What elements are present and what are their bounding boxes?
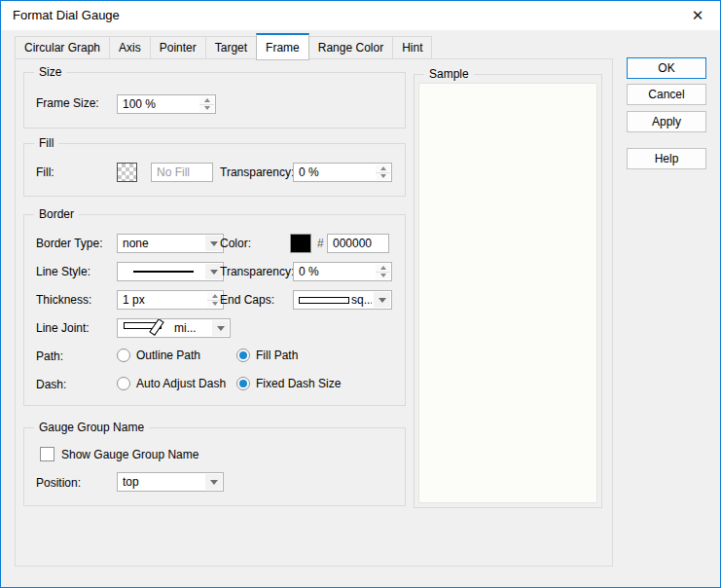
gauge-group-name-legend: Gauge Group Name (34, 421, 149, 434)
tab-pointer[interactable]: Pointer (150, 36, 206, 59)
border-transparency-spin-down-icon[interactable] (376, 273, 390, 280)
gauge-group-name-group: Gauge Group Name Show Gauge Group Name P… (23, 427, 406, 506)
dash-label: Dash: (36, 378, 66, 391)
fill-transparency-spinner[interactable]: 0 % (293, 163, 392, 182)
apply-button[interactable]: Apply (627, 111, 706, 132)
sample-group: Sample (414, 74, 602, 508)
fill-transparency-value: 0 % (299, 165, 319, 179)
frame-size-spin-down-icon[interactable] (199, 105, 214, 113)
position-value: top (123, 475, 139, 489)
help-button[interactable]: Help (627, 148, 706, 169)
tab-frame[interactable]: Frame (256, 33, 309, 60)
miter-joint-icon (123, 319, 173, 338)
position-dropdown[interactable]: top (117, 472, 224, 492)
line-joint-dropdown[interactable]: mi... (117, 318, 231, 338)
tab-target[interactable]: Target (205, 36, 257, 59)
title-bar: Format Dial Gauge ✕ (1, 1, 720, 30)
line-joint-value: mi... (174, 321, 197, 335)
hex-hash-label: # (317, 237, 324, 250)
radio-selected-icon (236, 349, 250, 362)
radio-selected-icon (236, 377, 250, 390)
border-transparency-value: 0 % (299, 265, 319, 278)
fill-transparency-label: Transparency: (220, 165, 294, 179)
chevron-down-icon (212, 320, 229, 336)
border-transparency-label: Transparency: (220, 265, 294, 278)
fill-value-field[interactable]: No Fill (151, 163, 213, 182)
cancel-button[interactable]: Cancel (627, 84, 706, 105)
sample-group-legend: Sample (424, 67, 474, 81)
tab-range-color[interactable]: Range Color (308, 36, 393, 59)
border-type-dropdown[interactable]: none (117, 234, 224, 253)
fixed-dash-size-radio[interactable]: Fixed Dash Size (236, 376, 341, 390)
fill-label: Fill: (36, 165, 54, 179)
border-type-label: Border Type: (36, 237, 102, 250)
sample-preview-canvas (418, 83, 597, 503)
frame-size-spinner[interactable]: 100 % (117, 94, 216, 114)
fill-group-legend: Fill (34, 136, 58, 150)
ok-button[interactable]: OK (627, 57, 706, 79)
size-group-legend: Size (34, 65, 66, 79)
format-dial-gauge-dialog: Format Dial Gauge ✕ Circular Graph Axis … (0, 0, 721, 588)
tab-bar: Circular Graph Axis Pointer Target Frame… (15, 33, 431, 59)
frame-size-label: Frame Size: (36, 96, 99, 110)
fill-transparent-swatch-icon[interactable] (117, 163, 137, 182)
show-gauge-group-name-label: Show Gauge Group Name (61, 448, 198, 461)
radio-unselected-icon (117, 349, 130, 362)
border-type-value: none (123, 237, 149, 250)
square-cap-line-icon (299, 297, 349, 304)
border-group-legend: Border (34, 207, 79, 221)
end-caps-value: sq... (351, 293, 372, 307)
frame-size-value: 100 % (123, 97, 156, 111)
end-caps-dropdown[interactable]: sq... (293, 290, 392, 310)
fill-group: Fill Fill: No Fill Transparency: 0 % (23, 143, 406, 197)
border-color-hex-field[interactable]: 000000 (327, 234, 389, 253)
fill-transparency-spin-down-icon[interactable] (376, 173, 390, 181)
chevron-down-icon (374, 292, 390, 308)
frame-tab-panel: Size Frame Size: 100 % Fill Fill: No Fil… (15, 58, 613, 567)
fill-transparency-spin-up-icon[interactable] (376, 165, 390, 173)
line-joint-label: Line Joint: (36, 321, 90, 335)
fill-path-radio[interactable]: Fill Path (236, 348, 298, 362)
solid-line-icon (133, 271, 194, 273)
thickness-spinner[interactable]: 1 px (117, 290, 224, 310)
path-label: Path: (36, 349, 63, 363)
border-transparency-spin-up-icon[interactable] (376, 264, 390, 273)
close-icon: ✕ (692, 7, 704, 24)
outline-path-radio[interactable]: Outline Path (117, 348, 200, 362)
position-label: Position: (36, 476, 81, 490)
line-style-label: Line Style: (36, 265, 90, 278)
chevron-down-icon (205, 474, 222, 490)
size-group: Size Frame Size: 100 % (23, 72, 406, 129)
end-caps-label: End Caps: (220, 293, 274, 307)
thickness-label: Thickness: (36, 293, 91, 307)
line-style-dropdown[interactable] (117, 262, 224, 281)
border-color-swatch[interactable] (290, 234, 311, 253)
tab-axis[interactable]: Axis (109, 36, 151, 59)
auto-adjust-dash-radio[interactable]: Auto Adjust Dash (117, 376, 226, 390)
frame-size-spin-up-icon[interactable] (199, 96, 214, 105)
show-gauge-group-name-checkbox[interactable] (40, 447, 54, 461)
border-group: Border Border Type: none Color: # 000000… (23, 214, 406, 406)
tab-hint[interactable]: Hint (392, 36, 432, 59)
thickness-value: 1 px (123, 293, 145, 307)
radio-unselected-icon (117, 377, 130, 390)
window-title: Format Dial Gauge (13, 8, 120, 22)
close-button[interactable]: ✕ (679, 1, 716, 29)
border-transparency-spinner[interactable]: 0 % (293, 262, 392, 281)
border-color-label: Color: (220, 237, 251, 250)
tab-circular-graph[interactable]: Circular Graph (15, 36, 110, 59)
